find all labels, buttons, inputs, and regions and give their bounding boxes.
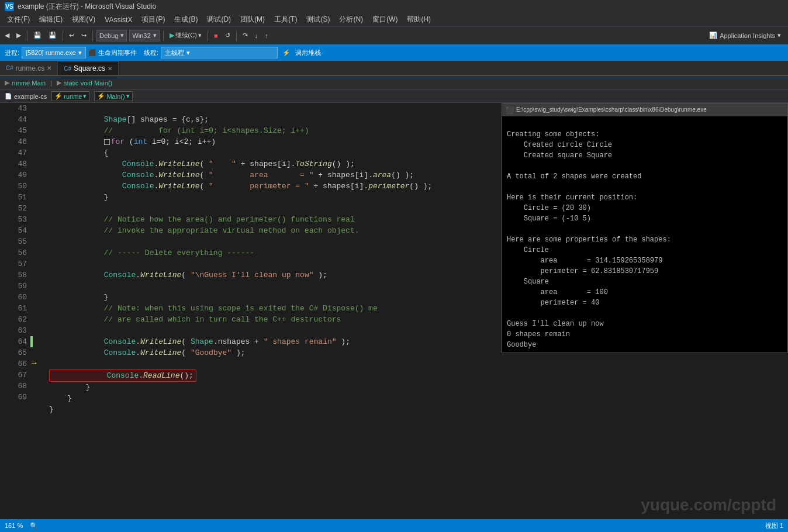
menu-debug[interactable]: 调试(D) xyxy=(202,13,236,26)
toolbar-sep-1 xyxy=(27,30,27,41)
view-label: 视图 1 xyxy=(765,521,783,530)
nav-bar: ▶ runme.Main | ▶ static void Main() xyxy=(0,76,788,90)
tab-bar: C# runme.cs ✕ C# Square.cs ✕ xyxy=(0,61,788,76)
menu-bar: 文件(F) 编辑(E) 视图(V) VAssistX 项目(P) 生成(B) 调… xyxy=(0,13,788,27)
menu-vassistx[interactable]: VAssistX xyxy=(100,15,137,25)
menu-project[interactable]: 项目(P) xyxy=(137,13,170,26)
undo-btn[interactable]: ↩ xyxy=(67,30,77,40)
process-label: 进程: xyxy=(5,49,19,57)
green-bar xyxy=(30,336,33,347)
process-dropdown[interactable]: [5820] runme.exe ▾ xyxy=(22,47,86,58)
tab-square-label: Square.cs xyxy=(74,64,105,72)
toolbar-sep-6 xyxy=(236,30,237,41)
window-title: example (正在运行) - Microsoft Visual Studio xyxy=(18,2,156,12)
tab-runme-close[interactable]: ✕ xyxy=(47,65,51,71)
menu-view[interactable]: 视图(V) xyxy=(67,13,100,26)
step-into-btn[interactable]: ↓ xyxy=(253,31,261,40)
tab-runme-label: runme.cs xyxy=(16,64,44,72)
breakpoint-gutter: → xyxy=(30,103,47,426)
callstack-btn[interactable]: 调用堆栈 xyxy=(295,49,321,57)
menu-analyze[interactable]: 分析(N) xyxy=(334,13,368,26)
lifecycle-btn[interactable]: ⬛ 生命周期事件 xyxy=(88,49,137,57)
debug-bar: 进程: [5820] runme.exe ▾ ⬛ 生命周期事件 线程: 主线程 … xyxy=(0,44,788,61)
menu-window[interactable]: 窗口(W) xyxy=(368,13,402,26)
toolbar-sep-3 xyxy=(92,30,93,41)
console-output: Creating some objects: Created circle Ci… xyxy=(502,116,787,353)
toolbar-sep-4 xyxy=(163,30,164,41)
toolbar-sep-5 xyxy=(208,30,208,41)
save-all-btn[interactable]: 💾 xyxy=(46,30,59,40)
execution-arrow: → xyxy=(32,358,36,368)
restart-btn[interactable]: ↺ xyxy=(223,30,233,40)
thread-dropdown[interactable]: 主线程 ▾ xyxy=(161,47,278,58)
nav-static-main[interactable]: static void Main() xyxy=(64,80,112,87)
config-dropdown[interactable]: Debug ▾ xyxy=(96,30,127,42)
toolbar: ◀ ▶ 💾 💾 ↩ ↪ Debug ▾ Win32 ▾ ▶ 继续(C) ▾ ■ … xyxy=(0,27,788,44)
nav-runme-main[interactable]: runme.Main xyxy=(12,80,46,87)
step-out-btn[interactable]: ↑ xyxy=(262,31,271,40)
editor-container: 43 44 45 46 47 48 49 50 51 52 53 54 55 5… xyxy=(0,103,788,426)
status-bar: 161 % 🔍 视图 1 xyxy=(0,519,788,532)
scope-project[interactable]: example-cs xyxy=(14,93,47,100)
toolbar-sep-2 xyxy=(63,30,63,41)
redo-btn[interactable]: ↪ xyxy=(79,30,89,40)
tab-square-close[interactable]: ✕ xyxy=(108,65,112,72)
console-title-bar: ⬛ E:\cpp\swig_study\swig\Examples\csharp… xyxy=(502,103,787,116)
menu-team[interactable]: 团队(M) xyxy=(236,13,269,26)
zoom-controls[interactable]: 🔍 xyxy=(30,522,38,530)
zoom-level[interactable]: 161 % xyxy=(5,522,23,529)
app-insights-label[interactable]: 📊 Application Insights ▾ xyxy=(709,32,786,39)
menu-edit[interactable]: 编辑(E) xyxy=(34,13,67,26)
menu-tools[interactable]: 工具(T) xyxy=(269,13,302,26)
continue-btn[interactable]: ▶ 继续(C) ▾ xyxy=(167,30,204,41)
tab-runme[interactable]: C# runme.cs ✕ xyxy=(0,61,58,75)
stop-btn[interactable]: ■ xyxy=(212,31,220,40)
menu-build[interactable]: 生成(B) xyxy=(170,13,202,26)
menu-test[interactable]: 测试(S) xyxy=(302,13,334,26)
console-title: E:\cpp\swig_study\swig\Examples\csharp\c… xyxy=(516,105,707,115)
menu-file[interactable]: 文件(F) xyxy=(2,13,34,26)
vs-icon: VS xyxy=(5,2,14,11)
step-over-btn[interactable]: ↷ xyxy=(240,30,250,40)
scope1-dropdown[interactable]: ⚡ runme ▾ xyxy=(51,91,89,101)
platform-dropdown[interactable]: Win32 ▾ xyxy=(129,30,159,42)
scope2-dropdown[interactable]: ⚡ Main() ▾ xyxy=(94,91,132,101)
scope-bar: 📄 example-cs ⚡ runme ▾ ⚡ Main() ▾ xyxy=(0,90,788,103)
thread-label: 线程: xyxy=(144,49,158,57)
title-bar: VS example (正在运行) - Microsoft Visual Stu… xyxy=(0,0,788,13)
menu-help[interactable]: 帮助(H) xyxy=(402,13,436,26)
back-btn[interactable]: ◀ xyxy=(2,30,12,40)
save-btn[interactable]: 💾 xyxy=(31,30,44,40)
watermark: yuque.com/cpptd xyxy=(641,496,776,514)
line-numbers: 43 44 45 46 47 48 49 50 51 52 53 54 55 5… xyxy=(0,103,30,426)
console-window: ⬛ E:\cpp\swig_study\swig\Examples\csharp… xyxy=(502,103,788,353)
tab-square[interactable]: C# Square.cs ✕ xyxy=(58,61,119,75)
forward-btn[interactable]: ▶ xyxy=(14,30,23,40)
